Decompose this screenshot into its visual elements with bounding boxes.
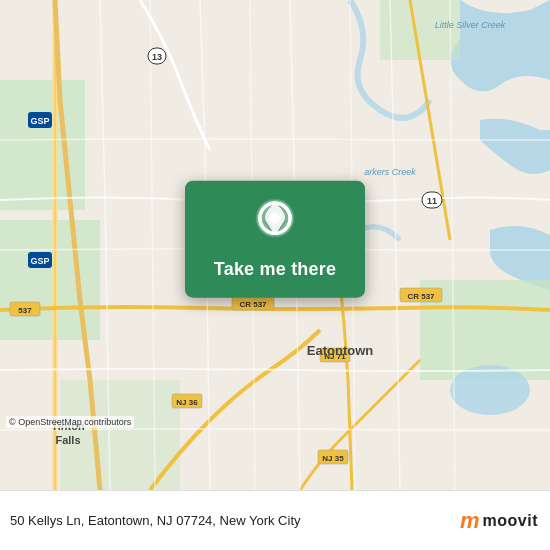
moovit-letter: m bbox=[460, 508, 479, 534]
svg-text:13: 13 bbox=[152, 52, 162, 62]
moovit-logo: m moovit bbox=[460, 508, 538, 534]
svg-text:CR 537: CR 537 bbox=[239, 300, 267, 309]
svg-text:Falls: Falls bbox=[55, 434, 80, 446]
svg-text:Eatontown: Eatontown bbox=[307, 343, 373, 358]
svg-text:CR 537: CR 537 bbox=[407, 292, 435, 301]
bottom-bar: 50 Kellys Ln, Eatontown, NJ 07724, New Y… bbox=[0, 490, 550, 550]
svg-text:GSP: GSP bbox=[30, 116, 49, 126]
svg-point-6 bbox=[450, 365, 530, 415]
moovit-name: moovit bbox=[483, 512, 538, 530]
location-card: Take me there bbox=[185, 181, 365, 298]
svg-text:GSP: GSP bbox=[30, 256, 49, 266]
svg-text:Little Silver Creek: Little Silver Creek bbox=[435, 20, 506, 30]
svg-rect-1 bbox=[0, 80, 85, 210]
take-me-there-button[interactable]: Take me there bbox=[214, 259, 336, 280]
svg-text:11: 11 bbox=[427, 196, 437, 206]
location-pin-icon bbox=[250, 197, 300, 253]
address-label: 50 Kellys Ln, Eatontown, NJ 07724, New Y… bbox=[10, 513, 460, 528]
svg-text:NJ 36: NJ 36 bbox=[176, 398, 198, 407]
svg-text:537: 537 bbox=[18, 306, 32, 315]
map-attribution: © OpenStreetMap contributors bbox=[6, 416, 134, 428]
svg-text:NJ 35: NJ 35 bbox=[322, 454, 344, 463]
svg-text:arkers Creek: arkers Creek bbox=[364, 167, 416, 177]
map-container: GSP GSP 13 537 CR 537 CR 537 11 NJ 71 NJ… bbox=[0, 0, 550, 490]
svg-point-39 bbox=[270, 213, 281, 224]
